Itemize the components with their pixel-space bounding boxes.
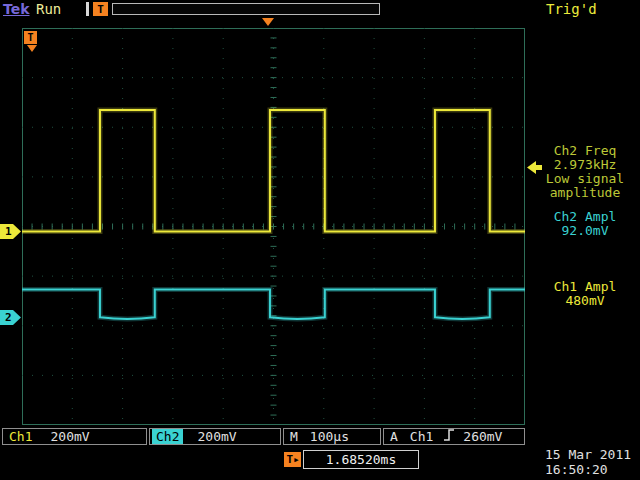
timebase-label: M — [290, 429, 298, 444]
acquisition-record-bar — [112, 3, 380, 15]
tek-logo: Tek — [3, 1, 30, 17]
acquisition-run-status: Run — [36, 1, 61, 17]
ch2-freq-measurement: Ch2 Freq 2.973kHz Low signal amplitude — [532, 144, 638, 200]
datetime-display: 15 Mar 2011 16:50:20 — [545, 447, 640, 477]
trigger-badge: T — [93, 2, 108, 16]
graticule-area — [22, 28, 525, 425]
timebase-value: 100µs — [310, 429, 349, 444]
trigger-level: 260mV — [463, 429, 502, 444]
ch2-freq-warning-1: Low signal — [532, 172, 638, 186]
trigger-time-arrow-icon — [27, 45, 37, 52]
ch1-ampl-label: Ch1 Ampl — [532, 280, 638, 294]
trigger-delay-value: 1.68520ms — [326, 452, 396, 467]
status-separator — [86, 2, 89, 16]
ch2-freq-value: 2.973kHz — [532, 158, 638, 172]
trigger-mode: A — [390, 429, 398, 444]
ch2-scale-box: Ch2 200mV — [149, 428, 281, 445]
trigger-delay-badge-t: T — [287, 453, 294, 466]
ch2-freq-warning-2: amplitude — [532, 186, 638, 200]
ch1-label: Ch1 — [9, 429, 32, 444]
time-label: 16:50:20 — [545, 462, 640, 477]
ch1-scale-box: Ch1 200mV — [2, 428, 147, 445]
trigger-position-marker-icon — [262, 18, 274, 26]
ch2-ampl-measurement: Ch2 Ampl 92.0mV — [532, 210, 638, 238]
trigger-delay-badge: T ▶ — [284, 452, 301, 467]
graticule-svg — [22, 28, 525, 425]
right-arrow-icon: ▶ — [294, 456, 298, 464]
ch2-label: Ch2 — [152, 429, 183, 444]
ch2-ground-marker: 2 — [0, 310, 21, 325]
ch1-scale: 200mV — [50, 429, 89, 444]
oscilloscope-screen: Tek Run T Trig'd T 1 2 Ch2 Freq 2.973kHz… — [0, 0, 640, 480]
ch1-ground-marker: 1 — [0, 224, 21, 239]
ch2-ampl-label: Ch2 Ampl — [532, 210, 638, 224]
trigger-source: Ch1 — [410, 429, 433, 444]
timebase-box: M 100µs — [283, 428, 381, 445]
ch1-ampl-measurement: Ch1 Ampl 480mV — [532, 280, 638, 308]
rising-edge-icon — [443, 428, 455, 445]
date-label: 15 Mar 2011 — [545, 447, 640, 462]
trigger-info-box: A Ch1 260mV — [383, 428, 525, 445]
ch1-ampl-value: 480mV — [532, 294, 638, 308]
trigger-time-marker: T — [24, 31, 37, 44]
trigger-status: Trig'd — [546, 1, 597, 17]
ch2-scale: 200mV — [197, 429, 236, 444]
ch2-ampl-value: 92.0mV — [532, 224, 638, 238]
trigger-delay-readout: 1.68520ms — [303, 450, 419, 469]
ch2-freq-label: Ch2 Freq — [532, 144, 638, 158]
